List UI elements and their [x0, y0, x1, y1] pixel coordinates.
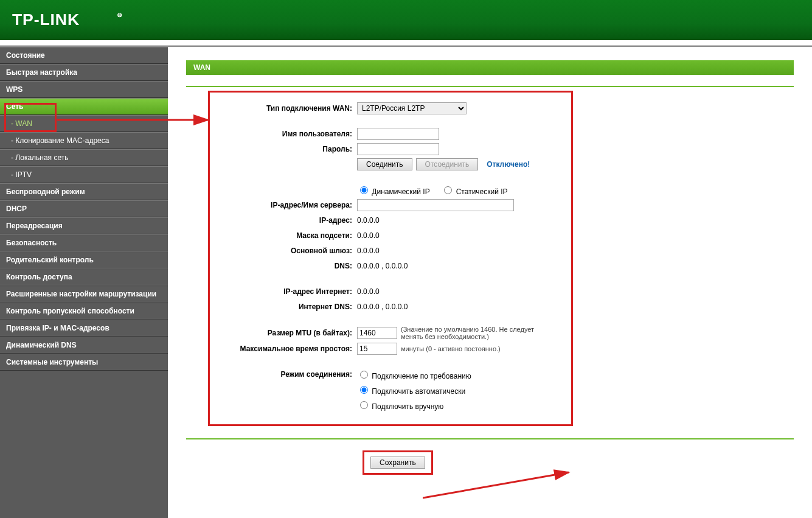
nav-item-10[interactable]: Переадресация — [0, 217, 168, 234]
divider — [186, 438, 794, 439]
svg-text:R: R — [118, 12, 122, 18]
mtu-hint: (Значение по умолчанию 1460. Не следует … — [401, 326, 557, 340]
nav-item-12[interactable]: Родительский контроль — [0, 251, 168, 268]
mode-manual-radio[interactable] — [360, 401, 368, 409]
header: TP-LINK R — [0, 0, 812, 40]
nav-item-1[interactable]: Быстрая настройка — [0, 64, 168, 81]
password-input[interactable] — [357, 143, 439, 155]
server-input[interactable] — [357, 199, 514, 211]
dynamic-ip-radio-label[interactable]: Динамический IP — [357, 184, 430, 196]
sidebar-tail — [0, 371, 168, 518]
nav-item-8[interactable]: Беспроводной режим — [0, 183, 168, 200]
idle-hint: минуты (0 - активно постоянно.) — [401, 345, 501, 352]
mode-manual-label[interactable]: Подключить вручную — [357, 399, 443, 411]
nav-item-6[interactable]: - Локальная сеть — [0, 149, 168, 166]
dynamic-ip-radio[interactable] — [360, 186, 368, 194]
idle-input[interactable] — [357, 343, 397, 355]
content: WAN Тип подключения WAN: L2TP/Россия L2T… — [168, 47, 812, 518]
save-button[interactable]: Сохранить — [370, 457, 425, 469]
conn-type-select[interactable]: L2TP/Россия L2TP — [357, 102, 467, 114]
inet-ip-value: 0.0.0.0 — [357, 287, 557, 296]
nav-item-17[interactable]: Динамический DNS — [0, 337, 168, 354]
mtu-label: Размер MTU (в байтах): — [224, 329, 357, 337]
sidebar: СостояниеБыстрая настройкаWPSСеть- WAN- … — [0, 47, 168, 518]
nav-item-7[interactable]: - IPTV — [0, 166, 168, 183]
mode-auto-label[interactable]: Подключить автоматически — [357, 384, 465, 396]
nav-item-18[interactable]: Системные инструменты — [0, 354, 168, 371]
static-ip-radio[interactable] — [444, 186, 452, 194]
tplink-logo: TP-LINK R — [12, 10, 164, 30]
username-label: Имя пользователя: — [224, 130, 357, 138]
nav-item-4[interactable]: - WAN — [0, 115, 168, 132]
mode-auto-radio[interactable] — [360, 386, 368, 394]
mode-ondemand-radio[interactable] — [360, 371, 368, 379]
ip-label: IP-адрес: — [224, 216, 357, 225]
mtu-input[interactable] — [357, 327, 397, 339]
save-highlight: Сохранить — [363, 450, 433, 475]
svg-text:TP-LINK: TP-LINK — [12, 10, 80, 29]
inet-dns-value: 0.0.0.0 , 0.0.0.0 — [357, 303, 557, 311]
conn-type-label: Тип подключения WAN: — [224, 104, 357, 113]
connection-status: Отключено! — [487, 160, 530, 169]
wan-settings-form: Тип подключения WAN: L2TP/Россия L2TP Им… — [208, 91, 573, 426]
dns-value: 0.0.0.0 , 0.0.0.0 — [357, 262, 557, 270]
nav-item-2[interactable]: WPS — [0, 81, 168, 98]
mode-ondemand-label[interactable]: Подключение по требованию — [357, 369, 471, 380]
gw-label: Основной шлюз: — [224, 247, 357, 255]
nav-item-14[interactable]: Расширенные настройки маршрутизации — [0, 285, 168, 303]
disconnect-button[interactable]: Отсоединить — [416, 158, 479, 170]
dns-label: DNS: — [224, 262, 357, 270]
nav-item-16[interactable]: Привязка IP- и MAC-адресов — [0, 320, 168, 337]
inet-dns-label: Интернет DNS: — [224, 303, 357, 311]
nav-item-0[interactable]: Состояние — [0, 47, 168, 64]
connect-button[interactable]: Соединить — [357, 158, 412, 170]
divider — [186, 86, 794, 87]
nav-item-3[interactable]: Сеть — [0, 98, 168, 115]
nav-item-9[interactable]: DHCP — [0, 200, 168, 217]
nav-item-5[interactable]: - Клонирование MAC-адреса — [0, 132, 168, 149]
nav-item-15[interactable]: Контроль пропускной способности — [0, 303, 168, 320]
mask-value: 0.0.0.0 — [357, 231, 557, 240]
inet-ip-label: IP-адрес Интернет: — [224, 287, 357, 296]
ip-value: 0.0.0.0 — [357, 216, 557, 225]
static-ip-radio-label[interactable]: Статический IP — [441, 184, 507, 196]
nav-item-13[interactable]: Контроль доступа — [0, 268, 168, 285]
password-label: Пароль: — [224, 145, 357, 153]
page-title: WAN — [186, 60, 794, 75]
mode-label: Режим соединения: — [224, 370, 357, 379]
nav-item-11[interactable]: Безопасность — [0, 234, 168, 251]
idle-label: Максимальное время простоя: — [224, 345, 357, 353]
server-label: IP-адрес/Имя сервера: — [224, 201, 357, 209]
mask-label: Маска подсети: — [224, 231, 357, 240]
gw-value: 0.0.0.0 — [357, 247, 557, 255]
username-input[interactable] — [357, 128, 439, 140]
